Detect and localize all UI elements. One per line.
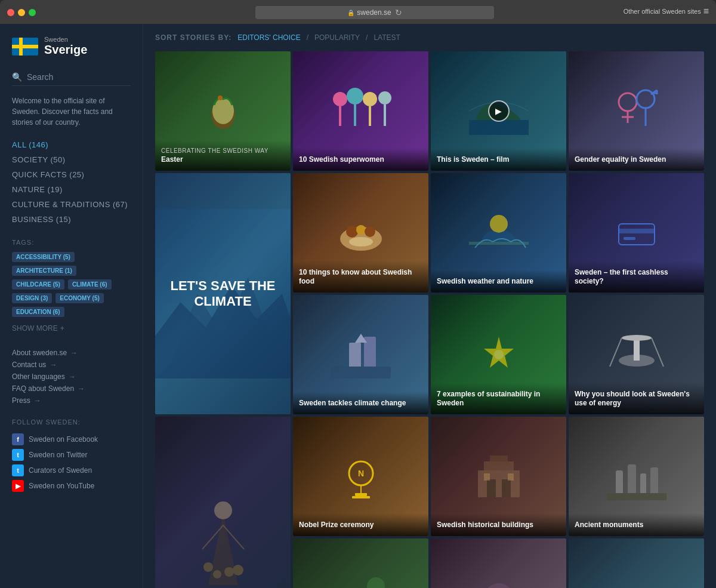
svg-point-2	[218, 96, 223, 100]
card-traditions[interactable]: Swedish traditions	[431, 538, 566, 588]
card-overlay: Swedish historical buildings	[431, 513, 566, 536]
footer-links: About sweden.se → Contact us → Other lan…	[12, 347, 131, 407]
card-energy[interactable]: Why you should look at Sweden's use of e…	[569, 295, 704, 414]
svg-point-26	[365, 226, 375, 237]
tag-design[interactable]: DESIGN (3)	[12, 293, 52, 303]
tag-accessibility[interactable]: ACCESSIBILITY (5)	[12, 252, 75, 262]
nav-item-business[interactable]: BUSINESS (15)	[12, 212, 131, 227]
svg-rect-59	[508, 473, 514, 481]
url-display: sweden.se	[357, 8, 391, 17]
tag-economy[interactable]: ECONOMY (5)	[55, 293, 104, 303]
main-content: SORT STORIES BY: EDITORS' CHOICE / POPUL…	[143, 24, 716, 588]
nav-item-culture[interactable]: CULTURE & TRADITIONS (67)	[12, 197, 131, 212]
other-sites-link[interactable]: Other official Sweden sites	[624, 8, 701, 15]
about-link[interactable]: About sweden.se →	[12, 347, 131, 359]
card-climate-change[interactable]: Sweden tackles climate change	[293, 295, 428, 414]
svg-rect-60	[616, 470, 623, 494]
card-overlay: Sweden tackles climate change	[293, 392, 428, 414]
svg-point-67	[484, 583, 514, 588]
sort-popularity[interactable]: POPULARITY	[314, 33, 360, 42]
card-title: Swedish weather and nature	[437, 277, 560, 287]
nav-item-quickfacts[interactable]: QUICK FACTS (25)	[12, 167, 131, 182]
sort-bar: SORT STORIES BY: EDITORS' CHOICE / POPUL…	[155, 33, 704, 42]
nav-item-society[interactable]: SOCIETY (50)	[12, 152, 131, 167]
card-title: Swedish historical buildings	[437, 521, 560, 530]
tag-childcare[interactable]: CHILDCARE (5)	[12, 279, 64, 290]
sort-latest[interactable]: LATEST	[374, 33, 400, 42]
arrow-icon: →	[34, 396, 41, 405]
card-sweden-film[interactable]: ▶ This is Sweden – film	[431, 51, 566, 171]
menu-icon[interactable]: ≡	[703, 6, 709, 17]
svg-point-28	[490, 215, 508, 233]
card-swedish-food[interactable]: 10 things to know about Swedish food	[293, 173, 428, 293]
arrow-icon: →	[69, 372, 76, 381]
card-save-climate[interactable]: LET'S SAVE THE CLIMATE	[155, 173, 291, 414]
minimize-button[interactable]	[18, 9, 25, 16]
card-superwomen[interactable]: 10 Swedish superwomen	[293, 51, 428, 171]
svg-rect-33	[349, 343, 361, 370]
card-title: Sweden – the first cashless society?	[575, 268, 698, 287]
sort-label: SORT STORIES BY:	[155, 33, 232, 42]
twitter-link[interactable]: t Sweden on Twitter	[12, 447, 131, 463]
card-overlay: Ancient monuments	[569, 513, 704, 536]
card-title: 10 Swedish superwomen	[299, 155, 422, 165]
card-cashless[interactable]: Sweden – the first cashless society?	[569, 173, 704, 293]
search-icon: 🔍	[12, 72, 22, 82]
card-more4[interactable]: Innovation in Sweden	[569, 538, 704, 588]
card-landscapes[interactable]: Swedish landscapes	[293, 538, 428, 588]
address-bar[interactable]: 🔒 sweden.se ↻	[255, 6, 494, 19]
nav-item-all[interactable]: ALL (146)	[12, 137, 131, 152]
tag-climate[interactable]: CLIMATE (6)	[68, 279, 112, 290]
svg-point-40	[622, 335, 652, 341]
card-history[interactable]: Swedish historical buildings	[431, 417, 566, 536]
nav-item-nature[interactable]: NATURE (19)	[12, 182, 131, 197]
press-link[interactable]: Press →	[12, 395, 131, 407]
card-easter[interactable]: CELEBRATING THE SWEDISH WAY Easter	[155, 51, 291, 171]
browser-chrome: 🔒 sweden.se ↻ Other official Sweden site…	[0, 0, 716, 24]
languages-link[interactable]: Other languages →	[12, 371, 131, 383]
svg-point-4	[347, 88, 363, 104]
card-swedish-weather[interactable]: Swedish weather and nature	[431, 173, 566, 293]
card-gender-equality[interactable]: Gender equality in Sweden	[569, 51, 704, 171]
svg-point-45	[233, 565, 243, 575]
card-overlay: 10 things to know about Swedish food	[293, 261, 428, 293]
card-nobel[interactable]: N Nobel Prize ceremony	[293, 417, 428, 536]
faq-link[interactable]: FAQ about Sweden →	[12, 383, 131, 395]
svg-rect-52	[352, 496, 370, 498]
facebook-link[interactable]: f Sweden on Facebook	[12, 432, 131, 447]
youtube-icon: ▶	[12, 480, 24, 492]
svg-point-47	[224, 567, 234, 577]
curators-link[interactable]: t Curators of Sweden	[12, 463, 131, 478]
tag-education[interactable]: EDUCATION (6)	[12, 307, 64, 317]
sidebar: Sweden Sverige 🔍 Search Welcome to the o…	[0, 24, 143, 588]
search-bar[interactable]: 🔍 Search	[12, 69, 131, 86]
card-overlay: This is Sweden – film	[431, 148, 566, 171]
content-area: Sweden Sverige 🔍 Search Welcome to the o…	[0, 24, 716, 588]
curators-icon: t	[12, 464, 24, 476]
card-sustainability[interactable]: 7 examples of sustainability in Sweden	[431, 295, 566, 414]
svg-point-43	[214, 501, 232, 519]
sort-editors-choice[interactable]: EDITORS' CHOICE	[237, 33, 300, 42]
card-ancient-stones[interactable]: Ancient monuments	[569, 417, 704, 536]
youtube-link[interactable]: ▶ Sweden on YouTube	[12, 478, 131, 494]
sweden-flag	[12, 38, 38, 56]
nav-list: ALL (146) SOCIETY (50) QUICK FACTS (25) …	[12, 137, 131, 227]
reload-button[interactable]: ↻	[395, 8, 402, 17]
svg-point-12	[619, 93, 637, 111]
svg-text:N: N	[357, 469, 363, 478]
maximize-button[interactable]	[29, 9, 36, 16]
card-overlay: Swedish weather and nature	[431, 270, 566, 293]
plus-icon: +	[60, 324, 64, 333]
card-overlay: 10 Swedish superwomen	[293, 148, 428, 171]
svg-rect-56	[487, 479, 496, 497]
svg-point-27	[349, 237, 373, 247]
tag-architecture[interactable]: ARCHITECTURE (1)	[12, 266, 76, 276]
search-label: Search	[27, 72, 53, 82]
contact-link[interactable]: Contact us →	[12, 359, 131, 371]
cards-grid: CELEBRATING THE SWEDISH WAY Easter	[155, 51, 704, 588]
show-more-tags[interactable]: SHOW MORE +	[12, 324, 131, 333]
svg-point-25	[356, 225, 366, 235]
card-sami[interactable]: Sami in Sweden	[155, 417, 291, 588]
svg-point-37	[494, 350, 504, 359]
close-button[interactable]	[7, 9, 14, 16]
